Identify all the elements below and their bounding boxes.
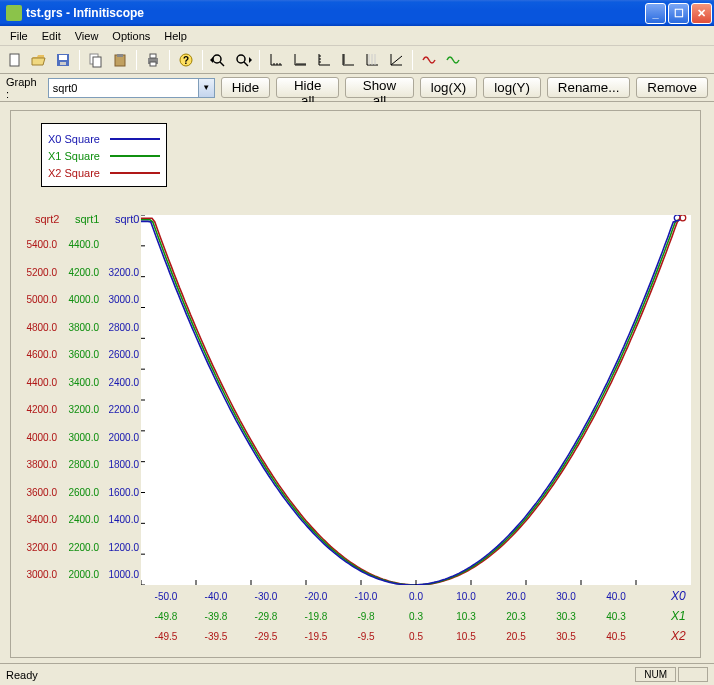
x-ticks-x2: -49.5-39.5-29.5-19.5-9.50.510.520.530.54… [141, 631, 701, 642]
hide-button[interactable]: Hide [221, 77, 270, 98]
open-icon[interactable] [28, 49, 50, 71]
legend-line-icon [110, 138, 160, 140]
svg-rect-9 [150, 54, 156, 58]
svg-rect-7 [117, 54, 123, 57]
logx-button[interactable]: log(X) [420, 77, 478, 98]
legend-row: X1 Square [48, 147, 160, 164]
svg-point-15 [237, 55, 245, 63]
status-bar: Ready NUM [0, 663, 714, 685]
title-bar: tst.grs - Infinitiscope _ ☐ ✕ [0, 0, 714, 26]
svg-line-16 [244, 62, 248, 66]
zoom-out-icon[interactable] [208, 49, 230, 71]
print-icon[interactable] [142, 49, 164, 71]
legend-line-icon [110, 172, 160, 174]
wave-green-icon[interactable] [442, 49, 464, 71]
minimize-button[interactable]: _ [645, 3, 666, 24]
menu-view[interactable]: View [69, 28, 105, 44]
svg-rect-10 [150, 62, 156, 66]
axis-name-x0: X0 [671, 589, 686, 603]
hide-all-button[interactable]: Hide all [276, 77, 339, 98]
menu-bar: File Edit View Options Help [0, 26, 714, 46]
y-ticks-sqrt0: 3200.03000.02800.02600.02400.02200.02000… [107, 231, 139, 589]
axis-tool-5-icon[interactable] [361, 49, 383, 71]
menu-file[interactable]: File [4, 28, 34, 44]
wave-red-icon[interactable] [418, 49, 440, 71]
save-icon[interactable] [52, 49, 74, 71]
svg-rect-2 [59, 55, 67, 60]
series-header-sqrt2: sqrt2 [35, 213, 59, 225]
axis-tool-1-icon[interactable] [265, 49, 287, 71]
dropdown-arrow-icon[interactable]: ▼ [198, 79, 214, 97]
axis-tool-6-icon[interactable] [385, 49, 407, 71]
svg-rect-3 [60, 62, 66, 65]
axis-name-x2: X2 [671, 629, 686, 643]
plot-area[interactable]: X0 Square X1 Square X2 Square sqrt2 sqrt… [10, 110, 701, 658]
axis-tool-4-icon[interactable] [337, 49, 359, 71]
window-title: tst.grs - Infinitiscope [26, 6, 645, 20]
legend-row: X2 Square [48, 164, 160, 181]
menu-help[interactable]: Help [158, 28, 193, 44]
chart-canvas[interactable] [141, 215, 691, 585]
status-num: NUM [635, 667, 676, 682]
rename-button[interactable]: Rename... [547, 77, 631, 98]
help-icon[interactable]: ? [175, 49, 197, 71]
zoom-in-icon[interactable] [232, 49, 254, 71]
axis-tool-2-icon[interactable] [289, 49, 311, 71]
app-icon [6, 5, 22, 21]
toolbar: ? [0, 46, 714, 74]
copy-icon[interactable] [85, 49, 107, 71]
main-area: X0 Square X1 Square X2 Square sqrt2 sqrt… [0, 102, 714, 663]
svg-line-48 [391, 56, 402, 65]
graph-selected: sqrt0 [53, 82, 77, 94]
svg-rect-0 [10, 54, 19, 66]
series-header-sqrt1: sqrt1 [75, 213, 99, 225]
menu-edit[interactable]: Edit [36, 28, 67, 44]
x-ticks-x0: -50.0-40.0-30.0-20.0-10.00.010.020.030.0… [141, 591, 701, 602]
close-button[interactable]: ✕ [691, 3, 712, 24]
graph-label: Graph : [6, 76, 40, 100]
graph-dropdown[interactable]: sqrt0 ▼ [48, 78, 215, 98]
y-ticks-sqrt1: 4400.04200.04000.03800.03600.03400.03200… [67, 231, 99, 589]
axis-tool-3-icon[interactable] [313, 49, 335, 71]
svg-line-14 [220, 62, 224, 66]
svg-point-13 [213, 55, 221, 63]
x-ticks-x1: -49.8-39.8-29.8-19.8-9.80.310.320.330.34… [141, 611, 701, 622]
y-ticks-sqrt2: 5400.05200.05000.04800.04600.04400.04200… [25, 231, 57, 589]
svg-rect-5 [93, 57, 101, 67]
legend-line-icon [110, 155, 160, 157]
series-header-sqrt0: sqrt0 [115, 213, 139, 225]
status-ready: Ready [6, 669, 38, 681]
maximize-button[interactable]: ☐ [668, 3, 689, 24]
paste-icon[interactable] [109, 49, 131, 71]
new-icon[interactable] [4, 49, 26, 71]
menu-options[interactable]: Options [106, 28, 156, 44]
legend: X0 Square X1 Square X2 Square [41, 123, 167, 187]
status-empty [678, 667, 708, 682]
svg-text:?: ? [183, 55, 189, 66]
graph-controls: Graph : sqrt0 ▼ Hide Hide all Show all l… [0, 74, 714, 102]
axis-name-x1: X1 [671, 609, 686, 623]
logy-button[interactable]: log(Y) [483, 77, 541, 98]
remove-button[interactable]: Remove [636, 77, 708, 98]
show-all-button[interactable]: Show all [345, 77, 414, 98]
legend-row: X0 Square [48, 130, 160, 147]
